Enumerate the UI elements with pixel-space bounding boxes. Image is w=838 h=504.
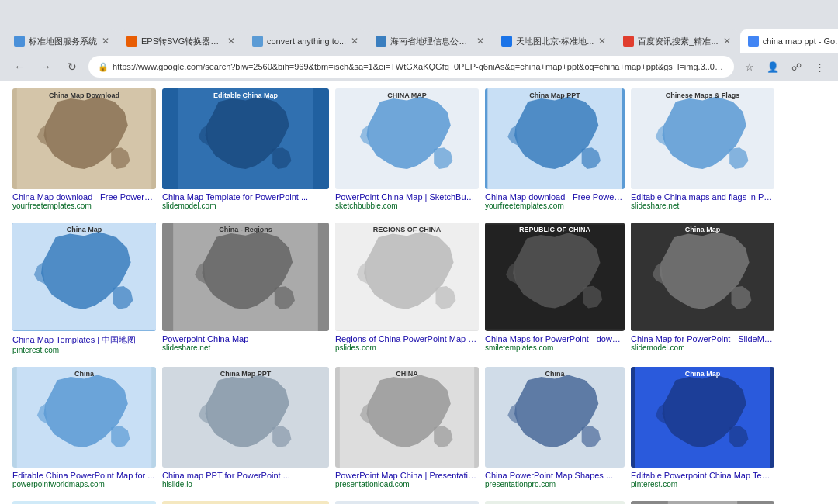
image-result-item[interactable]: Editable China MapChina Map Template for…: [162, 88, 329, 210]
image-result-source: powerpointworldmaps.com: [12, 480, 156, 488]
image-thumbnail: China Map Download: [12, 88, 156, 189]
tab-close-button[interactable]: ✕: [351, 36, 358, 47]
image-thumbnail: CHINA: [335, 367, 479, 468]
image-result-item[interactable]: Chinese Maps & FlagsEditable China maps …: [631, 88, 774, 210]
image-result-source: slidemodel.com: [162, 202, 329, 210]
image-result-title: China Map download - Free PowerPoint ...: [12, 192, 156, 202]
image-thumbnail: REPUBLIC OF CHINA: [485, 223, 625, 331]
reload-button[interactable]: ↻: [62, 57, 82, 77]
image-result-title: China Map Template for PowerPoint ...: [162, 192, 329, 202]
browser-tab-tab2[interactable]: EPS转SVG转换器，...✕: [119, 29, 243, 53]
extensions-button[interactable]: ☍: [787, 57, 805, 76]
image-result-title: Powerpoint China Map: [162, 334, 329, 343]
image-result-source: slideshare.net: [631, 202, 774, 210]
tab-label: 天地图北京·标准地...: [516, 36, 594, 47]
image-thumbnail: CHINA MAP: [335, 88, 479, 189]
title-bar: [0, 0, 838, 25]
image-result-item[interactable]: CHINAPowerPoint Map China | Presentation…: [335, 367, 479, 488]
image-result-title: China Maps for PowerPoint - download at.…: [485, 334, 625, 343]
image-row-1: China MapChina Map Templates | 中国地图pinte…: [12, 223, 826, 354]
menu-button[interactable]: ⋮: [810, 57, 829, 76]
tab-close-button[interactable]: ✕: [102, 36, 109, 47]
image-result-item[interactable]: China Map DownloadChina Map download - F…: [12, 88, 156, 210]
image-result-item[interactable]: REPUBLIC OF CHINAChina Maps for PowerPoi…: [485, 223, 625, 354]
image-result-source: presentationpro.com: [485, 480, 625, 488]
tab-bar: 标准地图服务系统✕EPS转SVG转换器，...✕convert anything…: [0, 25, 838, 53]
image-thumbnail: China Map PPT: [485, 88, 625, 189]
tab-label: 标准地图服务系统: [29, 36, 97, 47]
url-bar[interactable]: 🔒 https://www.google.com/search?biw=2560…: [88, 56, 734, 78]
image-result-item[interactable]: PRESENTATIONLOADChina PowerPoint Mappres…: [335, 501, 479, 504]
image-result-item[interactable]: ChinaChina National and Administrative C…: [162, 501, 329, 504]
image-result-title: China PowerPoint Map Shapes ...: [485, 471, 625, 480]
image-result-item[interactable]: REGIONS OF CHINARegions of China PowerPo…: [335, 223, 479, 354]
browser-tab-tab6[interactable]: 百度资讯搜索_精准...✕: [615, 29, 738, 53]
image-result-title: Editable China maps and flags in Powerp.…: [631, 192, 774, 202]
profile-button[interactable]: 👤: [764, 57, 782, 76]
tab-label: 海南省地理信息公共...: [390, 36, 472, 47]
tab-close-button[interactable]: ✕: [227, 36, 235, 47]
image-result-title: Regions of China PowerPoint Map | PSlide…: [335, 334, 479, 343]
image-thumbnail: China Map PPT: [162, 367, 329, 468]
image-thumbnail: China Map: [12, 223, 156, 331]
image-thumbnail: China Map: [631, 367, 774, 468]
image-result-source: smiletemplates.com: [485, 343, 625, 352]
image-row-3: China – vector mapChina – vector mapmaps…: [12, 501, 826, 504]
image-result-source: pinterest.com: [631, 480, 774, 488]
tab-favicon: [126, 36, 137, 47]
image-thumbnail: Chinese Maps & Flags: [631, 88, 774, 189]
image-result-source: slideshare.net: [162, 343, 329, 352]
tab-label: 百度资讯搜索_精准...: [638, 36, 718, 47]
image-result-source: presentationload.com: [335, 480, 479, 488]
svg-rect-18: [520, 501, 589, 504]
image-result-item[interactable]: China - RegionsPowerpoint China Mapslide…: [162, 223, 329, 354]
image-result-source: slidemodel.com: [631, 343, 774, 352]
image-result-item[interactable]: China Map PPTChina map PPT for PowerPoin…: [162, 367, 329, 488]
image-result-item[interactable]: China MapChina Mapslidemodel.com: [631, 501, 774, 504]
image-result-item[interactable]: China MapChina Map Templates | 中国地图pinte…: [12, 223, 156, 354]
image-result-item[interactable]: CHINA MAPPowerPoint China Map | SketchBu…: [335, 88, 479, 210]
image-thumbnail: China: [485, 367, 625, 468]
image-result-title: PowerPoint Map China | PresentationLoad: [335, 471, 479, 480]
images-grid: China Map DownloadChina Map download - F…: [0, 81, 838, 504]
image-result-item[interactable]: ChinaChina National and Province Capital…: [485, 501, 625, 504]
browser-tab-tab4[interactable]: 海南省地理信息公共...✕: [368, 29, 492, 53]
browser-tab-tab1[interactable]: 标准地图服务系统✕: [6, 29, 117, 53]
image-thumbnail: China Map: [631, 223, 774, 331]
browser-tab-tab5[interactable]: 天地图北京·标准地...✕: [493, 29, 614, 53]
tab-close-button[interactable]: ✕: [598, 36, 606, 47]
tab-favicon: [748, 36, 759, 47]
browser-tab-tab3[interactable]: convert anything to...✕: [244, 29, 366, 53]
image-thumbnail: China: [485, 501, 625, 504]
image-result-source: pinterest.com: [12, 346, 156, 354]
image-result-item[interactable]: ChinaChina PowerPoint Map Shapes ...pres…: [485, 367, 625, 488]
image-result-item[interactable]: China – vector mapChina – vector mapmaps…: [12, 501, 156, 504]
tab-favicon: [623, 36, 634, 47]
tab-close-button[interactable]: ✕: [476, 36, 484, 47]
tab-label: convert anything to...: [267, 36, 346, 46]
image-result-source: yourfreetemplates.com: [485, 202, 625, 210]
image-thumbnail: China Map: [631, 501, 774, 504]
bookmark-button[interactable]: ☆: [740, 57, 759, 76]
image-result-item[interactable]: China Map PPTChina Map download - Free P…: [485, 88, 625, 210]
image-result-title: China Map Templates | 中国地图: [12, 334, 156, 346]
image-result-source: hislide.io: [162, 480, 329, 488]
image-result-source: sketchbubble.com: [335, 202, 479, 210]
image-thumbnail: China: [162, 501, 329, 504]
browser-tab-tab7[interactable]: china map ppt - Go...✕: [740, 29, 838, 53]
image-result-item[interactable]: China MapChina Map for PowerPoint - Slid…: [631, 223, 774, 354]
tab-close-button[interactable]: ✕: [723, 36, 731, 47]
url-text: https://www.google.com/search?biw=2560&b…: [113, 62, 725, 71]
image-result-title: PowerPoint China Map | SketchBubble: [335, 192, 479, 202]
tab-favicon: [14, 36, 25, 47]
svg-rect-17: [372, 501, 442, 504]
image-thumbnail: China - Regions: [162, 223, 329, 331]
image-result-item[interactable]: ChinaEditable China PowerPoint Map for .…: [12, 367, 156, 488]
forward-button[interactable]: →: [36, 57, 56, 77]
back-button[interactable]: ←: [9, 57, 29, 77]
image-result-title: Editable Powerpoint China Map Templates …: [631, 471, 774, 480]
svg-rect-16: [211, 501, 280, 504]
bar-actions: ☆ 👤 ☍ ⋮: [740, 57, 829, 76]
image-result-title: Editable China PowerPoint Map for ...: [12, 471, 156, 480]
image-result-item[interactable]: China MapEditable Powerpoint China Map T…: [631, 367, 774, 488]
